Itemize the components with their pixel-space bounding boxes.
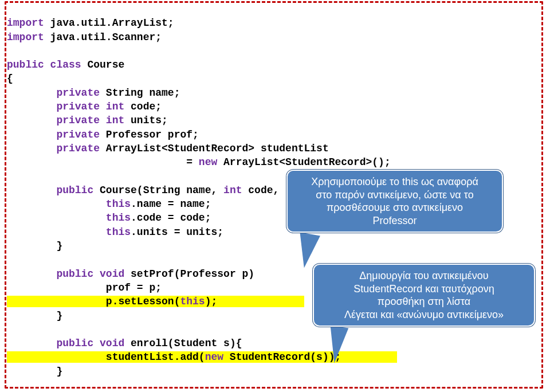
code-text: String name; xyxy=(100,87,180,99)
highlight-line: p.setLesson(this); xyxy=(7,296,304,307)
callout-line: στο παρόν αντικείμενο, ώστε να το xyxy=(296,189,494,202)
code-text: Professor prof; xyxy=(100,129,199,140)
code-text: prof = p; xyxy=(7,282,162,293)
kw-void: void xyxy=(93,268,124,280)
callout-line: προσθήκη στη λίστα xyxy=(322,295,526,308)
kw-new: new xyxy=(199,156,217,168)
code-text: code, xyxy=(242,185,285,196)
code-text: { xyxy=(7,73,13,84)
kw-int: int xyxy=(100,101,124,112)
kw-import: import xyxy=(7,32,44,43)
code-text: StudentRecord(s)); xyxy=(223,351,341,363)
kw-this: this xyxy=(7,212,131,224)
callout-this-reference: Χρησιμοποιούμε το this ως αναφορά στο πα… xyxy=(286,170,503,233)
code-text: .code = code; xyxy=(131,212,211,224)
callout-line: Χρησιμοποιούμε το this ως αναφορά xyxy=(296,175,494,189)
code-text: } xyxy=(7,310,62,322)
kw-public: public xyxy=(7,59,44,70)
kw-public: public xyxy=(7,338,93,349)
callout-line: StudentRecord και ταυτόχρονη xyxy=(322,283,526,296)
code-text: = xyxy=(7,156,199,168)
kw-int: int xyxy=(223,185,242,196)
kw-int: int xyxy=(100,115,124,126)
kw-private: private xyxy=(7,143,100,154)
code-text: ArrayList<StudentRecord>(); xyxy=(217,156,390,168)
callout-line: Δημιουργία του αντικειμένου xyxy=(322,269,526,283)
callout-line: προσθέσουμε στο αντικείμενο xyxy=(296,201,494,214)
kw-this: this xyxy=(7,226,131,238)
kw-private: private xyxy=(7,101,100,112)
callout-line: Professor xyxy=(296,214,494,228)
code-text: Course xyxy=(81,59,125,70)
code-text: setProf(Professor p) xyxy=(124,268,254,280)
callout-line: Λέγεται και «ανώνυμο αντικείμενο» xyxy=(322,308,526,322)
code-text: java.util.ArrayList; xyxy=(44,17,174,29)
code-text: p.setLesson( xyxy=(7,296,180,307)
code-text: } xyxy=(7,240,62,252)
code-text: java.util.Scanner; xyxy=(44,32,162,43)
kw-private: private xyxy=(7,87,100,99)
code-text: units; xyxy=(124,115,168,126)
kw-private: private xyxy=(7,129,100,140)
kw-public: public xyxy=(7,268,93,280)
code-text: .units = units; xyxy=(131,226,223,238)
code-text: code; xyxy=(124,101,162,112)
code-text: ArrayList<StudentRecord> studentList xyxy=(100,143,329,154)
kw-public: public xyxy=(7,185,93,196)
kw-import: import xyxy=(7,17,44,29)
code-text: studentList.add( xyxy=(7,351,205,363)
kw-class: class xyxy=(44,59,81,70)
callout-anonymous-object: Δημιουργία του αντικειμένου StudentRecor… xyxy=(313,264,535,327)
kw-private: private xyxy=(7,115,100,126)
kw-void: void xyxy=(93,338,124,349)
code-text: Course(String name, xyxy=(93,185,223,196)
code-text: } xyxy=(7,366,62,377)
code-text: enroll(Student s){ xyxy=(124,338,242,349)
code-text: ); xyxy=(205,296,218,307)
kw-this: this xyxy=(7,198,131,210)
kw-this: this xyxy=(180,296,205,307)
code-text: .name = name; xyxy=(131,198,211,210)
kw-new: new xyxy=(205,351,223,363)
